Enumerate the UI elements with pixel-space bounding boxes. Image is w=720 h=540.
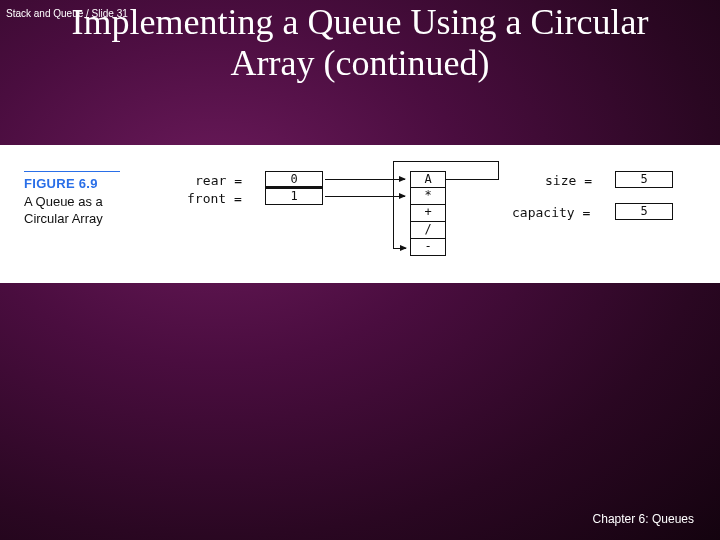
array-cell: /	[410, 222, 446, 239]
value-size-box: 5	[615, 171, 673, 188]
figure-caption-line1: A Queue as a	[24, 193, 120, 211]
slide-footer: Chapter 6: Queues	[593, 512, 694, 526]
array-cell: *	[410, 188, 446, 205]
value-capacity-box: 5	[615, 203, 673, 220]
array-cell: A	[410, 171, 446, 188]
array-cell: +	[410, 205, 446, 222]
array-cell: -	[410, 239, 446, 256]
figure-caption: FIGURE 6.9 A Queue as a Circular Array	[24, 171, 120, 228]
figure-panel: FIGURE 6.9 A Queue as a Circular Array r…	[0, 145, 720, 283]
label-capacity: capacity =	[512, 205, 590, 220]
figure-diagram: rear = front = 0 1 A * + / - size = capa…	[165, 165, 705, 275]
wrap-arrow	[393, 248, 406, 249]
wrap-arrow	[393, 161, 499, 162]
wrap-arrow	[446, 179, 498, 180]
label-front: front =	[187, 191, 242, 206]
figure-number: FIGURE 6.9	[24, 175, 120, 193]
wrap-arrow	[498, 161, 499, 180]
array-column: A * + / -	[410, 171, 446, 256]
slide-title: Implementing a Queue Using a Circular Ar…	[0, 2, 720, 85]
figure-caption-line2: Circular Array	[24, 210, 120, 228]
figure-rule	[24, 171, 120, 172]
index-rear-box: 0	[265, 171, 323, 188]
label-size: size =	[545, 173, 592, 188]
index-front-box: 1	[265, 188, 323, 205]
wrap-arrow	[393, 161, 394, 249]
label-rear: rear =	[195, 173, 242, 188]
